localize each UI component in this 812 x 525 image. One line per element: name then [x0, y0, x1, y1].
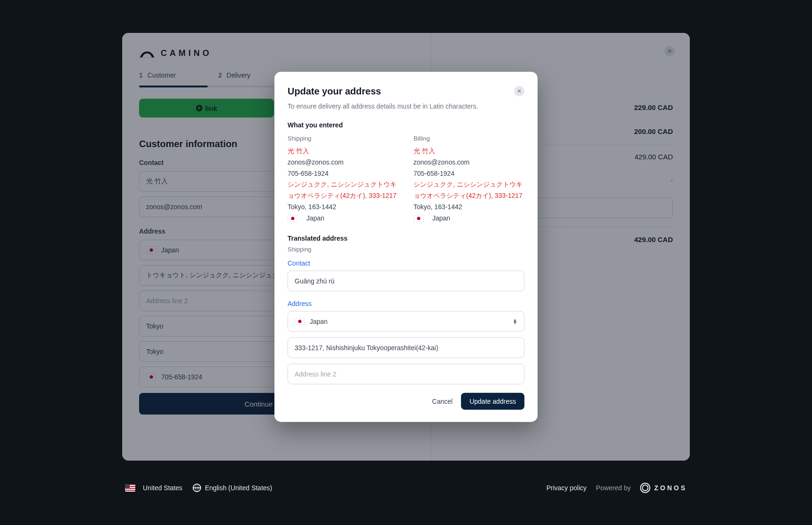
translated-contact-label: Contact — [288, 259, 524, 266]
translated-address-label: Address — [288, 299, 524, 307]
modal-actions: Cancel Update address — [288, 392, 524, 409]
zonos-logo[interactable]: ZONOS — [640, 483, 687, 493]
translated-country-value: Japan — [310, 317, 328, 325]
modal-subtitle: To ensure delivery all address details m… — [288, 102, 524, 110]
entered-shipping: Shipping 光 竹入 zonos@zonos.com 705-658-19… — [288, 133, 398, 224]
entered-billing: Billing 光 竹入 zonos@zonos.com 705-658-192… — [414, 133, 524, 224]
checkout-card: CAMINO 1 Customer 2 Delivery link — [122, 33, 690, 461]
translated-address2-placeholder: Address line 2 — [295, 370, 336, 377]
footer-language-label: English (United States) — [205, 484, 272, 492]
entered-city: Tokyo, 163-1442 — [288, 202, 398, 213]
entered-country-label: Japan — [306, 213, 324, 224]
shipping-label: Shipping — [288, 133, 398, 144]
translated-address2-input[interactable]: Address line 2 — [288, 363, 524, 384]
cancel-label: Cancel — [432, 397, 453, 405]
entered-address: シンジュクク, ニシシンジュクトウキョウオペラシティ(42カイ), 333-12… — [288, 179, 398, 202]
update-label: Update address — [469, 397, 516, 405]
cancel-button[interactable]: Cancel — [432, 397, 453, 405]
entered-address: シンジュクク, ニシシンジュクトウキョウオペラシティ(42カイ), 333-12… — [414, 179, 524, 202]
translated-country-select[interactable]: Japan ▲▼ — [288, 311, 524, 331]
footer-language[interactable]: English (United States) — [193, 484, 272, 492]
entered-phone: 705-658-1924 — [414, 168, 524, 179]
entered-name: 光 竹入 — [414, 146, 524, 157]
entered-country-label: Japan — [432, 213, 450, 224]
footer-country-label: United States — [143, 484, 182, 492]
billing-label: Billing — [414, 133, 524, 144]
zonos-text: ZONOS — [654, 484, 687, 492]
modal-title: Update your address — [288, 86, 381, 97]
globe-icon — [193, 484, 201, 492]
translated-heading: Translated address — [288, 234, 524, 242]
entered-columns: Shipping 光 竹入 zonos@zonos.com 705-658-19… — [288, 133, 524, 224]
japan-flag-icon — [288, 214, 298, 222]
zonos-mark-icon — [640, 483, 650, 493]
chevron-updown-icon: ▲▼ — [513, 318, 517, 324]
powered-by-label: Powered by — [596, 484, 631, 492]
japan-flag-icon — [414, 214, 424, 222]
translated-sub: Shipping — [288, 245, 524, 252]
entered-email: zonos@zonos.com — [288, 157, 398, 168]
footer-country[interactable]: United States — [125, 484, 182, 492]
modal-close-button[interactable]: ✕ — [514, 86, 524, 96]
entered-name: 光 竹入 — [288, 146, 398, 157]
entered-country: Japan — [288, 213, 398, 224]
us-flag-icon — [125, 484, 135, 492]
entered-email: zonos@zonos.com — [414, 157, 524, 168]
privacy-link[interactable]: Privacy policy — [547, 484, 587, 492]
translated-address1-value: 333-1217, Nishishinjuku Tokyooperashitei… — [295, 344, 438, 351]
update-address-button[interactable]: Update address — [461, 392, 524, 409]
entered-country: Japan — [414, 213, 524, 224]
entered-city: Tokyo, 163-1442 — [414, 202, 524, 213]
page-footer: United States English (United States) Pr… — [125, 483, 687, 493]
translated-name-value: Guāng zhú rù — [295, 277, 335, 284]
translated-name-input[interactable]: Guāng zhú rù — [288, 270, 524, 291]
update-address-modal: Update your address ✕ To ensure delivery… — [274, 72, 538, 422]
translated-address1-input[interactable]: 333-1217, Nishishinjuku Tokyooperashitei… — [288, 337, 524, 358]
entered-heading: What you entered — [288, 121, 524, 129]
entered-phone: 705-658-1924 — [288, 168, 398, 179]
japan-flag-icon — [295, 317, 305, 325]
